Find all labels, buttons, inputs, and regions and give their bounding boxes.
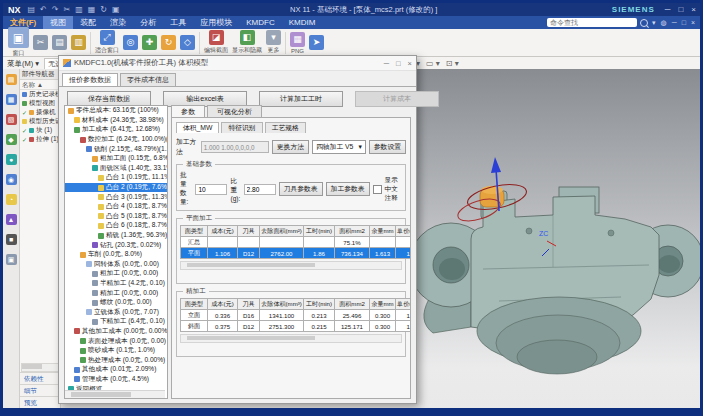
cost-tree-item[interactable]: 数控加工 (6.24元, 100.0%)(1.46) — [65, 135, 167, 145]
method-value-field[interactable]: 1.000 1.00,0,0,0,0 — [201, 141, 269, 153]
fit-window-tile[interactable]: ⤢适合窗口 — [95, 30, 119, 55]
panel-subtab-工艺规格[interactable]: 工艺规格 — [265, 122, 306, 133]
dialog-close-button[interactable]: × — [408, 59, 412, 68]
close-button[interactable]: × — [687, 3, 700, 16]
change-method-button[interactable]: 更换方法 — [272, 140, 309, 154]
copy-icon[interactable]: ▥ — [73, 3, 85, 16]
window-restore-icon[interactable]: □ — [681, 19, 687, 26]
window-minimize-icon[interactable]: ─ — [671, 19, 678, 26]
ribbon-tab-KMDFC[interactable]: KMDFC — [239, 16, 281, 29]
assembly-navigator-icon[interactable]: ▤ — [6, 74, 17, 85]
export-icon[interactable]: ➤ — [309, 35, 324, 50]
search-icon[interactable] — [640, 19, 648, 27]
ribbon-minimize-icon[interactable]: ▾ — [651, 19, 657, 27]
cost-tree-item[interactable]: 钻孔 (20.3元, 0.02%) — [65, 240, 167, 250]
density-input[interactable] — [244, 184, 276, 195]
zoom-icon[interactable]: ◎ — [123, 35, 138, 50]
window-tile[interactable]: ▣窗口 — [8, 27, 29, 58]
web-browser-icon[interactable]: ◉ — [6, 174, 17, 185]
cost-tree-item[interactable]: 零件总成本: 63.16元 (100%) — [65, 106, 167, 116]
table-row[interactable]: 平面1.106D122762.001.86736.1341.6131.887 — [181, 248, 412, 259]
panel-tab-参数[interactable]: 参数 — [171, 105, 205, 117]
cost-tree-item[interactable]: 粗加工面 (0.15元, 6.8%) — [65, 154, 167, 164]
cost-tree-item[interactable]: 半精加工 (4.2元, 0.10) — [65, 279, 167, 289]
cut-icon[interactable]: ✂ — [61, 3, 72, 16]
show-hide-tile[interactable]: ◧显示和隐藏 — [232, 30, 262, 55]
redo-icon[interactable]: ↷ — [50, 3, 61, 16]
navigator-column-header[interactable]: 名称 ▲ — [20, 80, 60, 90]
cost-tree-item[interactable]: 加工成本 (6.41元, 12.68%) — [65, 125, 167, 135]
viewport-3d[interactable]: ZC — [409, 69, 700, 408]
navigator-tree-item[interactable]: 模型历史记录 — [20, 117, 60, 126]
roles-icon[interactable]: ■ — [6, 234, 17, 245]
help-icon[interactable]: ◍ — [660, 19, 668, 27]
command-search-input[interactable] — [547, 18, 637, 27]
cost-tree-item[interactable]: 面铣区域 (1.40元, 33.1%) — [65, 164, 167, 174]
method-select[interactable]: 四轴加工 V5▾ — [312, 140, 366, 154]
ribbon-tab-渲染[interactable]: 渲染 — [103, 16, 133, 29]
navigator-tree-item[interactable]: 历史记录模式 — [20, 90, 60, 99]
cost-tree-item[interactable]: 铣削 (2.15元, 48.79%)(1.10) — [65, 144, 167, 154]
qty-input[interactable] — [195, 184, 227, 195]
pan-icon[interactable]: ✚ — [142, 35, 157, 50]
ribbon-tab-装配[interactable]: 装配 — [73, 16, 103, 29]
process-studio-icon[interactable]: ▲ — [6, 214, 17, 225]
more-tile[interactable]: ▾更多 — [266, 30, 281, 55]
cost-tree-item[interactable]: 管理成本 (0.0元, 4.5%) — [65, 375, 167, 385]
png-tile[interactable]: ▦PNG — [290, 32, 305, 54]
hd3d-tools-icon[interactable]: ● — [6, 154, 17, 165]
cost-tree-item[interactable]: 粗加工 (0.0元, 0.00) — [65, 269, 167, 279]
cost-tree-item[interactable]: 立铣体系 (0.0元, 7.07) — [65, 307, 167, 317]
paste-icon[interactable]: ▦ — [86, 3, 98, 16]
snap-point-dropdown[interactable]: ⊡ ▾ — [446, 59, 459, 68]
cost-tree-item[interactable]: 凸台 6 (0.18元, 8.7%) — [65, 221, 167, 231]
machine-table-button[interactable]: 加工参数表 — [326, 182, 370, 196]
ribbon-tab-分析[interactable]: 分析 — [133, 16, 163, 29]
repeat-command-icon[interactable]: ↻ — [98, 3, 109, 16]
maximize-button[interactable]: □ — [674, 3, 687, 16]
ribbon-tab-工具[interactable]: 工具 — [163, 16, 193, 29]
panel-tab-可视化分析[interactable]: 可视化分析 — [207, 105, 262, 117]
window-switch-icon[interactable]: ▣ — [110, 3, 122, 16]
bottom-panel-预览[interactable]: 预览 — [20, 396, 60, 408]
cost-tree-item[interactable]: 材料成本 (24.36元, 38.98%) — [65, 116, 167, 126]
copy-icon[interactable]: ▤ — [52, 35, 67, 50]
window-close-icon[interactable]: × — [690, 19, 696, 26]
tool-table-button[interactable]: 刀具参数表 — [279, 182, 323, 196]
navigator-scrollbar[interactable] — [21, 363, 59, 372]
perspective-icon[interactable]: ◇ — [180, 35, 195, 50]
reuse-library-icon[interactable]: ◆ — [6, 134, 17, 145]
system-materials-icon[interactable]: ▣ — [6, 254, 17, 265]
ribbon-tab-KMDIM[interactable]: KMDIM — [282, 16, 323, 29]
dialog-minimize-button[interactable]: ─ — [384, 59, 389, 68]
bottom-panel-依赖性[interactable]: 依赖性 — [20, 372, 60, 384]
paste-icon[interactable]: ▥ — [71, 35, 86, 50]
cost-tree-item[interactable]: 表面处理成本 (0.0元, 0.00) — [65, 336, 167, 346]
section-tile[interactable]: ◪编辑截面 — [204, 30, 228, 55]
table-row[interactable]: 立面0.336D161341.1000.21325.4960.3001.697 — [181, 310, 412, 321]
history-icon[interactable]: ◔ — [6, 194, 17, 205]
part-navigator-icon[interactable]: ▧ — [6, 114, 17, 125]
dialog-title-bar[interactable]: KMDFC1.0(机械零件报价工具) 体积模型 ─ □ × — [59, 56, 416, 71]
cost-tree-scrollbar[interactable] — [65, 390, 165, 398]
panel-subtab-体积_MW[interactable]: 体积_MW — [176, 122, 219, 133]
bottom-panel-细节[interactable]: 细节 — [20, 384, 60, 396]
navigator-tree-item[interactable]: ✓摄像机 — [20, 108, 60, 117]
cost-tree-item[interactable]: 其他成本 (0.01元, 2.09%) — [65, 365, 167, 375]
table-row[interactable]: 汇总75.1% — [181, 237, 412, 248]
dialog-maximize-button[interactable]: □ — [396, 59, 401, 68]
save-icon[interactable]: ▤ — [26, 3, 38, 16]
annotation-checkbox[interactable] — [373, 185, 382, 194]
dialog-tab-报价参数数据[interactable]: 报价参数数据 — [62, 73, 118, 86]
ribbon-tab-视图[interactable]: 视图 — [43, 16, 73, 29]
table1-scrollbar[interactable] — [180, 261, 402, 270]
ribbon-tab-应用模块[interactable]: 应用模块 — [193, 16, 239, 29]
menu-button[interactable]: 菜单(M)▾ — [7, 59, 39, 69]
cost-tree-item[interactable]: 回转体系 (0.0元, 0.00) — [65, 260, 167, 270]
cost-tree-item[interactable]: 车削 (0.0元, 8.0%) — [65, 250, 167, 260]
cost-tree-item[interactable]: 凸台 5 (0.18元, 8.7%) — [65, 212, 167, 222]
cost-tree-item[interactable]: 热处理成本 (0.0元, 0.00%) — [65, 355, 167, 365]
cost-tree-item[interactable]: 凸台 3 (0.19元, 11.3%) — [65, 192, 167, 202]
undo-icon[interactable]: ↶ — [38, 3, 49, 16]
navigator-tree-item[interactable]: ✓块 (1) — [20, 126, 60, 135]
